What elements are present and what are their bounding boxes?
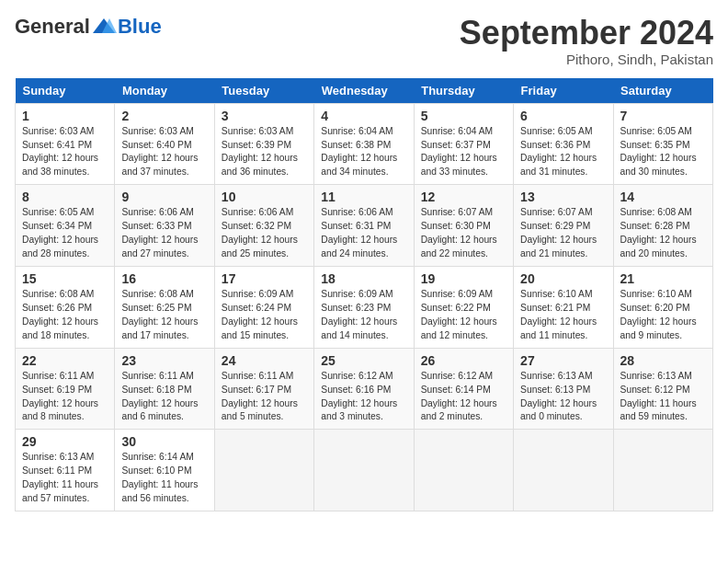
calendar-cell xyxy=(214,430,313,511)
day-info: Sunrise: 6:08 AM Sunset: 6:26 PM Dayligh… xyxy=(22,288,108,343)
day-number: 18 xyxy=(321,271,406,286)
calendar-cell xyxy=(613,430,712,511)
day-info: Sunrise: 6:03 AM Sunset: 6:40 PM Dayligh… xyxy=(121,125,207,180)
day-info: Sunrise: 6:08 AM Sunset: 6:25 PM Dayligh… xyxy=(121,288,207,343)
logo-blue-text: Blue xyxy=(118,15,162,39)
day-info: Sunrise: 6:06 AM Sunset: 6:33 PM Dayligh… xyxy=(121,206,207,261)
day-number: 1 xyxy=(22,109,108,123)
day-number: 20 xyxy=(520,271,606,286)
day-number: 13 xyxy=(520,190,606,204)
logo-general-text: General xyxy=(15,15,90,39)
calendar-cell: 12Sunrise: 6:07 AM Sunset: 6:30 PM Dayli… xyxy=(414,185,513,267)
day-number: 6 xyxy=(520,109,606,123)
day-info: Sunrise: 6:11 AM Sunset: 6:17 PM Dayligh… xyxy=(222,370,307,425)
day-number: 16 xyxy=(121,271,207,286)
day-number: 4 xyxy=(321,109,406,123)
calendar-header-row: SundayMondayTuesdayWednesdayThursdayFrid… xyxy=(16,78,713,104)
day-info: Sunrise: 6:14 AM Sunset: 6:10 PM Dayligh… xyxy=(121,451,207,506)
calendar-cell: 23Sunrise: 6:11 AM Sunset: 6:18 PM Dayli… xyxy=(115,348,214,430)
calendar-cell: 9Sunrise: 6:06 AM Sunset: 6:33 PM Daylig… xyxy=(115,185,214,267)
day-number: 5 xyxy=(421,109,506,123)
calendar-cell: 13Sunrise: 6:07 AM Sunset: 6:29 PM Dayli… xyxy=(514,185,613,267)
calendar-cell: 10Sunrise: 6:06 AM Sunset: 6:32 PM Dayli… xyxy=(214,185,313,267)
calendar-cell: 3Sunrise: 6:03 AM Sunset: 6:39 PM Daylig… xyxy=(214,103,313,185)
calendar-cell: 14Sunrise: 6:08 AM Sunset: 6:28 PM Dayli… xyxy=(613,185,712,267)
calendar-cell: 21Sunrise: 6:10 AM Sunset: 6:20 PM Dayli… xyxy=(613,266,712,348)
day-info: Sunrise: 6:12 AM Sunset: 6:14 PM Dayligh… xyxy=(421,370,506,425)
header-wednesday: Wednesday xyxy=(314,78,414,104)
day-info: Sunrise: 6:10 AM Sunset: 6:20 PM Dayligh… xyxy=(620,288,706,343)
calendar-cell: 28Sunrise: 6:13 AM Sunset: 6:12 PM Dayli… xyxy=(613,348,712,430)
day-info: Sunrise: 6:04 AM Sunset: 6:37 PM Dayligh… xyxy=(421,125,506,180)
calendar-cell: 15Sunrise: 6:08 AM Sunset: 6:26 PM Dayli… xyxy=(16,266,115,348)
day-number: 23 xyxy=(121,353,207,368)
calendar-cell xyxy=(514,430,613,511)
day-info: Sunrise: 6:04 AM Sunset: 6:38 PM Dayligh… xyxy=(321,125,406,180)
calendar-cell: 20Sunrise: 6:10 AM Sunset: 6:21 PM Dayli… xyxy=(514,266,613,348)
day-number: 24 xyxy=(222,353,307,368)
calendar-cell: 22Sunrise: 6:11 AM Sunset: 6:19 PM Dayli… xyxy=(16,348,115,430)
week-row-5: 29Sunrise: 6:13 AM Sunset: 6:11 PM Dayli… xyxy=(16,430,713,511)
day-info: Sunrise: 6:07 AM Sunset: 6:30 PM Dayligh… xyxy=(421,206,506,261)
day-info: Sunrise: 6:11 AM Sunset: 6:19 PM Dayligh… xyxy=(22,370,108,425)
calendar-cell: 26Sunrise: 6:12 AM Sunset: 6:14 PM Dayli… xyxy=(414,348,513,430)
calendar-cell: 27Sunrise: 6:13 AM Sunset: 6:13 PM Dayli… xyxy=(514,348,613,430)
day-number: 19 xyxy=(421,271,506,286)
calendar-cell: 6Sunrise: 6:05 AM Sunset: 6:36 PM Daylig… xyxy=(514,103,613,185)
day-info: Sunrise: 6:09 AM Sunset: 6:24 PM Dayligh… xyxy=(222,288,307,343)
day-number: 28 xyxy=(620,353,706,368)
day-info: Sunrise: 6:03 AM Sunset: 6:39 PM Dayligh… xyxy=(222,125,307,180)
day-info: Sunrise: 6:03 AM Sunset: 6:41 PM Dayligh… xyxy=(22,125,108,180)
logo-icon xyxy=(91,17,117,37)
day-number: 8 xyxy=(22,190,108,204)
day-number: 22 xyxy=(22,353,108,368)
day-number: 21 xyxy=(620,271,706,286)
day-info: Sunrise: 6:06 AM Sunset: 6:31 PM Dayligh… xyxy=(321,206,406,261)
calendar-cell: 19Sunrise: 6:09 AM Sunset: 6:22 PM Dayli… xyxy=(414,266,513,348)
day-number: 15 xyxy=(22,271,108,286)
day-info: Sunrise: 6:13 AM Sunset: 6:11 PM Dayligh… xyxy=(22,451,108,506)
calendar-cell: 5Sunrise: 6:04 AM Sunset: 6:37 PM Daylig… xyxy=(414,103,513,185)
day-number: 30 xyxy=(121,434,207,449)
day-number: 27 xyxy=(520,353,606,368)
day-info: Sunrise: 6:13 AM Sunset: 6:12 PM Dayligh… xyxy=(620,370,706,425)
day-info: Sunrise: 6:06 AM Sunset: 6:32 PM Dayligh… xyxy=(222,206,307,261)
calendar-cell: 30Sunrise: 6:14 AM Sunset: 6:10 PM Dayli… xyxy=(115,430,214,511)
calendar-cell: 8Sunrise: 6:05 AM Sunset: 6:34 PM Daylig… xyxy=(16,185,115,267)
day-info: Sunrise: 6:07 AM Sunset: 6:29 PM Dayligh… xyxy=(520,206,606,261)
week-row-1: 1Sunrise: 6:03 AM Sunset: 6:41 PM Daylig… xyxy=(16,103,713,185)
day-info: Sunrise: 6:09 AM Sunset: 6:22 PM Dayligh… xyxy=(421,288,506,343)
day-number: 10 xyxy=(222,190,307,204)
week-row-2: 8Sunrise: 6:05 AM Sunset: 6:34 PM Daylig… xyxy=(16,185,713,267)
day-number: 26 xyxy=(421,353,506,368)
day-info: Sunrise: 6:05 AM Sunset: 6:35 PM Dayligh… xyxy=(620,125,706,180)
day-number: 11 xyxy=(321,190,406,204)
calendar-cell: 16Sunrise: 6:08 AM Sunset: 6:25 PM Dayli… xyxy=(115,266,214,348)
calendar-cell: 24Sunrise: 6:11 AM Sunset: 6:17 PM Dayli… xyxy=(214,348,313,430)
week-row-3: 15Sunrise: 6:08 AM Sunset: 6:26 PM Dayli… xyxy=(16,266,713,348)
day-number: 17 xyxy=(222,271,307,286)
day-info: Sunrise: 6:12 AM Sunset: 6:16 PM Dayligh… xyxy=(321,370,406,425)
header-friday: Friday xyxy=(514,78,613,104)
header-sunday: Sunday xyxy=(16,78,115,104)
calendar-table: SundayMondayTuesdayWednesdayThursdayFrid… xyxy=(15,78,713,511)
day-info: Sunrise: 6:05 AM Sunset: 6:34 PM Dayligh… xyxy=(22,206,108,261)
logo: General Blue xyxy=(15,15,162,39)
calendar-cell xyxy=(314,430,414,511)
day-number: 3 xyxy=(222,109,307,123)
day-info: Sunrise: 6:10 AM Sunset: 6:21 PM Dayligh… xyxy=(520,288,606,343)
calendar-cell: 11Sunrise: 6:06 AM Sunset: 6:31 PM Dayli… xyxy=(314,185,414,267)
day-info: Sunrise: 6:08 AM Sunset: 6:28 PM Dayligh… xyxy=(620,206,706,261)
title-block: September 2024 Pithoro, Sindh, Pakistan xyxy=(460,15,713,67)
page-header: General Blue September 2024 Pithoro, Sin… xyxy=(15,15,713,67)
day-info: Sunrise: 6:11 AM Sunset: 6:18 PM Dayligh… xyxy=(121,370,207,425)
day-number: 14 xyxy=(620,190,706,204)
day-number: 2 xyxy=(121,109,207,123)
calendar-cell: 29Sunrise: 6:13 AM Sunset: 6:11 PM Dayli… xyxy=(16,430,115,511)
calendar-cell: 7Sunrise: 6:05 AM Sunset: 6:35 PM Daylig… xyxy=(613,103,712,185)
day-number: 25 xyxy=(321,353,406,368)
calendar-cell: 1Sunrise: 6:03 AM Sunset: 6:41 PM Daylig… xyxy=(16,103,115,185)
header-thursday: Thursday xyxy=(414,78,513,104)
day-info: Sunrise: 6:05 AM Sunset: 6:36 PM Dayligh… xyxy=(520,125,606,180)
calendar-cell: 4Sunrise: 6:04 AM Sunset: 6:38 PM Daylig… xyxy=(314,103,414,185)
